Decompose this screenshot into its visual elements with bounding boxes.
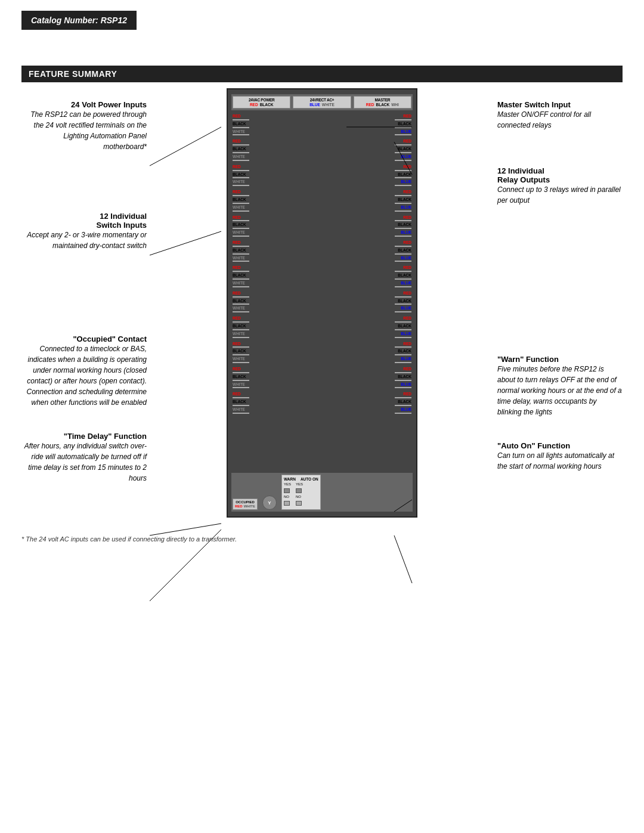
occupied-annotation: "Occupied" Contact Connected to a timecl…	[21, 329, 147, 414]
master-annotation: Master Switch Input Master ON/OFF contro…	[497, 94, 623, 137]
power-terminal-wires: RED BLACK	[235, 103, 288, 107]
time-delay-body: After hours, any individual switch over-…	[21, 441, 147, 484]
master-terminal-label: MASTER	[356, 98, 409, 102]
right-annotations: Master Switch Input Master ON/OFF contro…	[491, 82, 623, 518]
svg-line-2	[150, 524, 221, 535]
warn-annotation-title: "Warn" Function	[497, 355, 623, 364]
autoon-no-btn[interactable]	[296, 501, 302, 506]
left-annotations: 24 Volt Power Inputs The RSP12 can be po…	[21, 82, 153, 518]
master-body: Master ON/OFF control for all connected …	[497, 109, 623, 131]
auto-on-body: Can turn on all lights automatically at …	[497, 450, 623, 472]
warn-autoon-block: WARN AUTO ON YES NO	[281, 475, 321, 510]
relay-title: 12 IndividualRelay Outputs	[497, 166, 623, 184]
power-annotation: 24 Volt Power Inputs The RSP12 can be po…	[21, 94, 147, 158]
master-terminal-wires: RED BLACK WHI	[356, 103, 409, 107]
rect-terminal-label: 24VRECT AC+	[295, 98, 348, 102]
autoon-no: NO	[296, 495, 303, 498]
warn-no: NO	[284, 495, 291, 498]
svg-line-7	[394, 535, 412, 583]
panel-bottom: OCCUPIED RED WHITE Y WARN A	[231, 473, 413, 512]
center-panel: 24VAC POWER RED BLACK 24VRECT AC+ BLUE	[153, 82, 491, 518]
power-terminal-label: 24VAC POWER	[235, 98, 288, 102]
rect-wire-blue: BLUE	[309, 103, 320, 107]
switch-wire-6: WHITE	[233, 154, 260, 162]
device-panel: 24VAC POWER RED BLACK 24VRECT AC+ BLUE	[227, 88, 417, 518]
power-terminal-block: 24VAC POWER RED BLACK	[233, 96, 290, 109]
relay-body: Connect up to 3 relays wired in parallel…	[497, 184, 623, 206]
rect-terminal-block: 24VRECT AC+ BLUE WHITE	[293, 96, 351, 109]
panel-center-space	[260, 114, 384, 470]
feature-title: FEATURE SUMMARY	[21, 66, 623, 82]
autoon-yes-btn[interactable]	[296, 488, 302, 493]
master-title: Master Switch Input	[497, 100, 623, 109]
header-bar: Catalog Number: RSP12	[21, 11, 137, 30]
auto-on-title: "Auto On" Function	[497, 441, 623, 450]
switch-body: Accept any 2- or 3-wire momentary or mai…	[21, 230, 147, 251]
switch-wire-5: BLACK	[233, 147, 260, 154]
panel-top-header: 24VAC POWER RED BLACK 24VRECT AC+ BLUE	[231, 94, 413, 110]
panel-right-wires: RED BLACK BLUE RED BLACK BLUE RED BLACK …	[384, 114, 411, 470]
power-wire-red: RED	[250, 103, 258, 107]
power-body: The RSP12 can be powered through the 24 …	[21, 109, 147, 152]
warn-yes: YES	[284, 482, 291, 486]
auto-on-annotation: "Auto On" Function Can turn on all light…	[497, 435, 623, 478]
switch-wire-2: BLACK	[233, 122, 260, 129]
footnote: * The 24 volt AC inputs can be used if c…	[21, 535, 623, 543]
rect-wire-white: WHITE	[322, 103, 335, 107]
occupied-terminal: OCCUPIED RED WHITE	[233, 498, 258, 510]
switch-wire-4: RED	[233, 139, 260, 146]
master-wire-black: BLACK	[376, 103, 389, 107]
master-wire-red: RED	[366, 103, 374, 107]
autoon-label: AUTO ON	[301, 477, 318, 481]
relay-annotation: 12 IndividualRelay Outputs Connect up to…	[497, 160, 623, 212]
switch-title: 12 IndividualSwitch Inputs	[21, 212, 147, 230]
switch-symbol: Y	[262, 496, 277, 510]
occupied-terminal-wires: RED WHITE	[235, 504, 255, 508]
switch-wire-3: WHITE	[233, 129, 260, 137]
time-delay-title: "Time Delay" Function	[21, 432, 147, 441]
power-title: 24 Volt Power Inputs	[21, 100, 147, 109]
feature-section: FEATURE SUMMARY 24 Volt Power Inputs The…	[21, 66, 623, 518]
time-delay-annotation: "Time Delay" Function After hours, any i…	[21, 426, 147, 490]
switch-wire-1: RED	[233, 114, 260, 121]
panel-body: RED BLACK WHITE RED BLACK WHITE RED BLAC…	[231, 112, 413, 473]
warn-yes-btn[interactable]	[284, 488, 290, 493]
section-wrapper: 24 Volt Power Inputs The RSP12 can be po…	[21, 82, 623, 518]
catalog-number: Catalog Number: RSP12	[31, 16, 127, 25]
autoon-yes: YES	[296, 482, 303, 486]
warn-annotation-body: Five minutes before the RSP12 is about t…	[497, 364, 623, 417]
master-terminal-block: MASTER RED BLACK WHI	[354, 96, 411, 109]
occupied-body: Connected to a timeclock or BAS, indicat…	[21, 343, 147, 408]
three-col-layout: 24 Volt Power Inputs The RSP12 can be po…	[21, 82, 623, 518]
panel-left-wires: RED BLACK WHITE RED BLACK WHITE RED BLAC…	[233, 114, 260, 470]
occupied-terminal-label: OCCUPIED	[235, 500, 255, 504]
warn-annotation: "Warn" Function Five minutes before the …	[497, 349, 623, 423]
warn-no-btn[interactable]	[284, 501, 290, 506]
switch-annotation: 12 IndividualSwitch Inputs Accept any 2-…	[21, 206, 147, 257]
warn-label: WARN	[284, 477, 296, 481]
occupied-title: "Occupied" Contact	[21, 335, 147, 343]
power-wire-black: BLACK	[260, 103, 274, 107]
rect-terminal-wires: BLUE WHITE	[295, 103, 348, 107]
master-wire-white: WHI	[391, 103, 399, 107]
